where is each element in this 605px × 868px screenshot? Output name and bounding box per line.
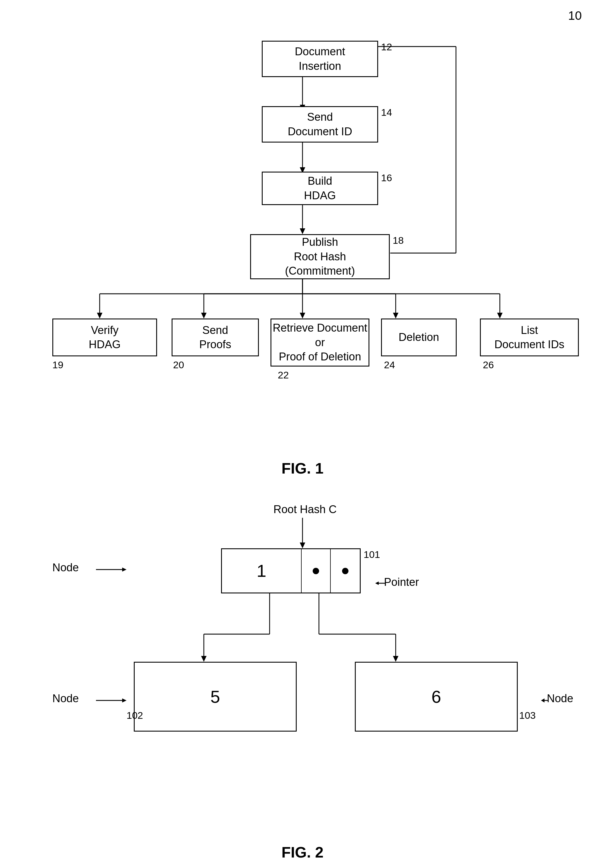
ref-101: 101 (364, 549, 380, 560)
node-103-box: 6 (355, 662, 518, 732)
svg-marker-36 (122, 567, 127, 572)
node-102-box: 5 (134, 662, 297, 732)
node-102-value: 5 (135, 663, 296, 731)
node-label-102: Node (52, 692, 79, 705)
root-hash-label: Root Hash C (273, 503, 337, 516)
svg-marker-40 (122, 698, 127, 702)
svg-marker-7 (300, 313, 306, 319)
publish-root-hash-box: PublishRoot Hash(Commitment) (250, 234, 390, 279)
ref-18: 18 (392, 235, 404, 246)
node-103-value: 6 (356, 663, 517, 731)
svg-marker-26 (300, 542, 306, 548)
ref-12: 12 (381, 41, 392, 53)
ref-14: 14 (381, 107, 392, 118)
node-arrow-top (96, 564, 131, 575)
retrieve-doc-label: Retrieve Document orProof of Deletion (271, 321, 369, 364)
svg-marker-14 (201, 313, 206, 319)
ref-26: 26 (483, 359, 494, 370)
send-proofs-box: SendProofs (172, 319, 259, 356)
node-101-ptr1 (302, 549, 331, 592)
ref-103: 103 (519, 710, 536, 721)
node-label-top: Node (52, 561, 79, 574)
send-doc-id-box: SendDocument ID (262, 106, 378, 143)
verify-hdag-label: VerifyHDAG (89, 323, 121, 352)
list-doc-ids-box: ListDocument IDs (480, 319, 579, 356)
pointer-arrow (375, 579, 387, 587)
svg-marker-20 (497, 313, 503, 319)
dot-2 (342, 568, 349, 574)
list-doc-ids-label: ListDocument IDs (495, 323, 565, 352)
verify-hdag-box: VerifyHDAG (52, 319, 157, 356)
retrieve-doc-box: Retrieve Document orProof of Deletion (270, 319, 369, 366)
send-doc-id-label: SendDocument ID (288, 110, 352, 139)
svg-marker-5 (300, 228, 306, 234)
doc-insertion-box: DocumentInsertion (262, 41, 378, 77)
fig1-caption: FIG. 1 (17, 460, 588, 477)
svg-marker-17 (393, 313, 399, 319)
build-hdag-box: BuildHDAG (262, 172, 378, 205)
dot-1 (313, 568, 319, 574)
ref-22: 22 (278, 369, 289, 381)
svg-marker-11 (97, 313, 102, 319)
fig2-caption: FIG. 2 (17, 843, 588, 861)
ref-19: 19 (52, 359, 64, 370)
ref-20: 20 (173, 359, 184, 370)
node-101-value: 1 (222, 549, 302, 592)
deletion-box: Deletion (381, 319, 457, 356)
ref-24: 24 (384, 359, 395, 370)
ref-102: 102 (127, 710, 143, 721)
pointer-label: Pointer (384, 576, 419, 589)
send-proofs-label: SendProofs (199, 323, 231, 352)
node-101-ptr2 (331, 549, 360, 592)
node-arrow-102 (96, 694, 131, 706)
svg-marker-42 (541, 698, 544, 702)
node-arrow-103 (541, 694, 550, 706)
node-label-103: Node (547, 692, 573, 705)
doc-insertion-label: DocumentInsertion (295, 45, 345, 73)
node-101-box: 1 (221, 548, 361, 594)
fig2-diagram: Root Hash C Node Pointer 1 101 Node (17, 494, 588, 867)
svg-marker-30 (201, 656, 206, 662)
page: 10 (0, 0, 605, 868)
build-hdag-label: BuildHDAG (304, 174, 336, 203)
deletion-label: Deletion (399, 330, 439, 344)
publish-root-hash-label: PublishRoot Hash(Commitment) (285, 235, 355, 278)
svg-marker-38 (375, 581, 379, 585)
ref-16: 16 (381, 172, 392, 184)
svg-marker-34 (393, 656, 399, 662)
fig1-diagram: DocumentInsertion 12 SendDocument ID 14 … (17, 17, 588, 483)
